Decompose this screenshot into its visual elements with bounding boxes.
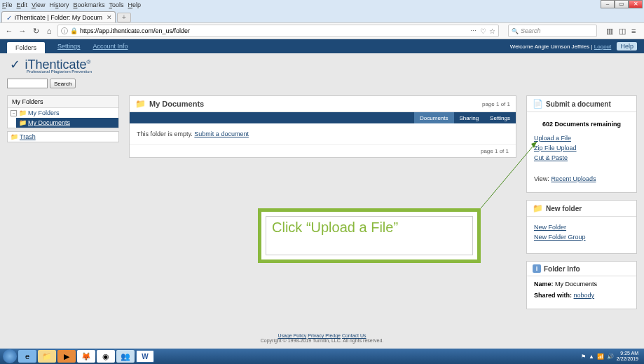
page-footer: Usage Policy Privacy Pledge Contact Us C…	[0, 333, 644, 343]
menu-bookmarks[interactable]: Bookmarks	[73, 1, 104, 8]
panel-title: My Documents	[149, 100, 204, 108]
reload-button[interactable]: ↻	[31, 26, 41, 36]
new-tab-button[interactable]: +	[117, 13, 131, 22]
browser-tab[interactable]: ✓ iThenticate | Folder: My Docum ✕	[1, 11, 116, 22]
recent-uploads-link[interactable]: Recent Uploads	[551, 175, 596, 182]
taskbar-firefox[interactable]: 🦊	[77, 350, 95, 363]
tab-settings[interactable]: Settings	[484, 112, 516, 123]
folder-name: My Documents	[555, 281, 597, 288]
empty-folder-message: This folder is empty. Submit a document	[130, 123, 516, 144]
taskbar-app2[interactable]: 👥	[116, 350, 135, 363]
logo-check-icon: ✓	[10, 58, 20, 72]
upload-a-file-link[interactable]: Upload a File	[534, 135, 629, 142]
documents-panel: 📁 My Documents page 1 of 1 Documents Sha…	[129, 95, 516, 158]
lock-icon: 🔒	[70, 27, 78, 34]
new-folder-link[interactable]: New Folder	[534, 224, 629, 231]
usage-policy-link[interactable]: Usage Policy	[278, 333, 306, 338]
tab-title: iThenticate | Folder: My Docum	[15, 14, 102, 21]
help-button[interactable]: Help	[617, 42, 637, 50]
logo-tagline: Professional Plagiarism Prevention	[27, 69, 92, 74]
settings-link[interactable]: Settings	[57, 43, 81, 50]
copyright-text: Copyright © 1998-2019 Turnitin, LLC. All…	[0, 338, 644, 343]
tray-volume-icon[interactable]: 🔊	[607, 353, 614, 360]
folders-tab[interactable]: Folders	[7, 42, 45, 53]
start-button[interactable]	[3, 349, 17, 363]
callout-text: Click “Upload a File”	[266, 216, 473, 255]
back-button[interactable]: ←	[4, 26, 14, 36]
folder-tree-panel: My Folders − 📁 My Folders 📁 My Documents	[7, 95, 119, 128]
tray-up-icon[interactable]: ▲	[589, 353, 594, 360]
submit-icon: 📄	[533, 99, 543, 109]
bookmark-star-icon[interactable]: ☆	[489, 27, 495, 35]
cut-paste-link[interactable]: Cut & Paste	[534, 154, 629, 161]
new-folder-panel: 📁New folder New Folder New Folder Group	[526, 200, 637, 254]
pager-bottom: page 1 of 1	[130, 144, 516, 157]
shared-with-link[interactable]: nobody	[574, 292, 595, 299]
menu-help[interactable]: Help	[128, 1, 141, 8]
taskbar-chrome[interactable]: ◉	[97, 350, 115, 363]
new-folder-group-link[interactable]: New Folder Group	[534, 234, 629, 241]
tab-favicon: ✓	[6, 14, 12, 22]
folder-icon: 📁	[19, 119, 26, 126]
privacy-pledge-link[interactable]: Privacy Pledge	[308, 333, 341, 338]
taskbar-explorer[interactable]: 📁	[38, 350, 56, 363]
taskbar-word[interactable]: W	[136, 350, 154, 363]
submit-document-panel: 📄Submit a document 602 Documents remaini…	[526, 95, 637, 193]
contact-us-link[interactable]: Contact Us	[342, 333, 366, 338]
taskbar-ie[interactable]: e	[18, 350, 36, 363]
windows-taskbar: e 📁 ▶ 🦊 ◉ 👥 W ⚑ ▲ 📶 🔊 9:25 AM 2/22/2019	[0, 349, 644, 364]
browser-search-box[interactable]: Search	[508, 25, 597, 37]
library-icon[interactable]: ▥	[606, 27, 615, 36]
folder-search-input[interactable]	[7, 79, 48, 88]
page-actions-icon[interactable]: ⋯	[470, 27, 477, 34]
site-info-icon[interactable]: i	[61, 27, 68, 34]
window-minimize[interactable]: –	[601, 0, 615, 8]
browser-tabbar: ✓ iThenticate | Folder: My Docum ✕ +	[0, 10, 644, 22]
forward-button[interactable]: →	[18, 26, 27, 36]
search-placeholder: Search	[521, 27, 541, 34]
tray-flag-icon[interactable]: ⚑	[581, 353, 586, 360]
welcome-text: Welcome Angie Urmson Jeffries |	[510, 43, 594, 50]
documents-remaining: 602 Documents remaining	[534, 121, 629, 128]
menu-tools[interactable]: Tools	[109, 1, 123, 8]
panel-tabs: Documents Sharing Settings	[130, 112, 516, 123]
home-button[interactable]: ⌂	[44, 26, 54, 36]
app-nav-bar: Folders Settings Account Info Welcome An…	[0, 39, 644, 53]
tray-network-icon[interactable]: 📶	[597, 353, 604, 360]
annotation-callout: Click “Upload a File”	[258, 208, 481, 263]
account-info-link[interactable]: Account Info	[93, 43, 128, 50]
logo-row: ✓ iThenticate® Professional Plagiarism P…	[0, 53, 644, 77]
pager-top: page 1 of 1	[482, 101, 510, 107]
window-close[interactable]: ✕	[629, 0, 643, 8]
sidebar-icon[interactable]: ◫	[619, 27, 627, 36]
info-icon: i	[533, 264, 541, 273]
tree-my-documents[interactable]: 📁 My Documents	[16, 118, 118, 128]
new-folder-icon: 📁	[533, 203, 543, 213]
address-bar[interactable]: i 🔒 https://app.ithenticate.com/en_us/fo…	[57, 25, 499, 37]
menu-icon[interactable]: ≡	[631, 27, 640, 36]
trash-panel: 📁 Trash	[7, 131, 119, 142]
taskbar-app[interactable]: ▶	[57, 350, 76, 363]
pocket-icon[interactable]: ♡	[480, 27, 486, 35]
menu-history[interactable]: History	[49, 1, 69, 8]
tree-trash[interactable]: 📁 Trash	[8, 132, 118, 142]
folder-search-button[interactable]: Search	[50, 79, 76, 88]
menu-view[interactable]: View	[32, 1, 45, 8]
menu-edit[interactable]: Edit	[17, 1, 28, 8]
tab-sharing[interactable]: Sharing	[454, 112, 485, 123]
logout-link[interactable]: Logout	[594, 43, 611, 50]
folder-info-panel: iFolder Info Name: My Documents Shared w…	[526, 261, 637, 309]
submit-document-link[interactable]: Submit a document	[194, 130, 249, 137]
zip-file-upload-link[interactable]: Zip File Upload	[534, 144, 629, 151]
tree-collapse-icon[interactable]: −	[11, 110, 17, 116]
window-maximize[interactable]: ▭	[615, 0, 629, 8]
tab-documents[interactable]: Documents	[414, 112, 453, 123]
url-text: https://app.ithenticate.com/en_us/folder	[80, 27, 190, 34]
folder-search-row: Search	[0, 77, 644, 90]
folder-icon: 📁	[19, 109, 26, 116]
view-label: View:	[534, 175, 549, 182]
tree-root[interactable]: − 📁 My Folders	[8, 108, 118, 118]
menu-file[interactable]: File	[2, 1, 13, 8]
system-clock[interactable]: 9:25 AM 2/22/2019	[617, 351, 641, 362]
tab-close-icon[interactable]: ✕	[107, 14, 112, 21]
